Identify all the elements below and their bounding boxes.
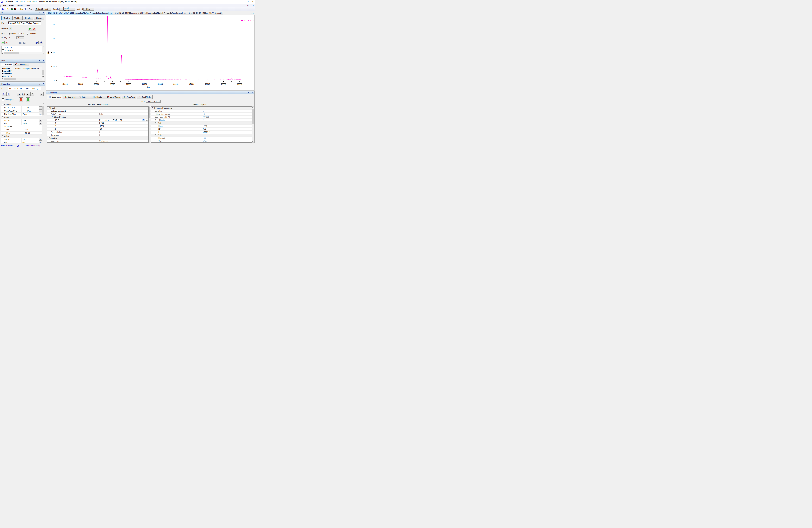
- image-view-icon[interactable]: [6, 8, 9, 11]
- mdi-close-button[interactable]: x: [253, 4, 254, 6]
- property-row[interactable]: Max80408: [1, 131, 42, 134]
- panel-menu-icon[interactable]: ▼: [248, 91, 250, 94]
- grid-group-row[interactable]: -Acq Opt: [47, 137, 148, 140]
- property-value[interactable]: True: [21, 138, 39, 141]
- sort-by-combo[interactable]: By▼: [16, 37, 24, 39]
- mdi-restore-button[interactable]: ❐: [250, 4, 251, 6]
- spectra-dropdown-icon[interactable]: ▼: [4, 9, 6, 10]
- property-row[interactable]: Plot Area ColorWhite▼: [1, 106, 42, 109]
- add-spectrum-button[interactable]: [1, 41, 4, 44]
- grid-row[interactable]: Accumulation2: [47, 131, 148, 134]
- scrollbar-thumb[interactable]: [252, 109, 254, 124]
- property-row[interactable]: Min22437: [1, 128, 42, 131]
- selection-tab-graph[interactable]: Graph ..: [1, 16, 12, 20]
- scrollbar-thumb[interactable]: [4, 78, 16, 80]
- collapse-icon[interactable]: -: [48, 137, 49, 138]
- item-checkbox[interactable]: [2, 49, 4, 52]
- stage-delete-icon[interactable]: [14, 8, 17, 11]
- stage-dropdown-icon[interactable]: ▼: [17, 9, 18, 10]
- grid-row[interactable]: Y-1720: [47, 125, 148, 128]
- description-checkbox[interactable]: [2, 98, 4, 101]
- list-item[interactable]: LLIF Sp 3: [2, 49, 44, 52]
- tab-list-close-icon[interactable]: x: [253, 12, 254, 14]
- property-group[interactable]: -AxisX: [1, 116, 42, 119]
- radio-compare[interactable]: Compare: [27, 33, 37, 34]
- stage-axes-icon[interactable]: [142, 119, 145, 121]
- tab-scroll-right-icon[interactable]: ▶: [251, 12, 252, 14]
- scrollbar-thumb[interactable]: [42, 70, 44, 74]
- row-value[interactable]: LPET: [201, 125, 251, 128]
- tab-close-icon[interactable]: x: [111, 12, 112, 14]
- uncheck-all-button[interactable]: [23, 41, 26, 44]
- chevron-down-icon[interactable]: ▼: [39, 138, 42, 141]
- processing-tab-semi-quanti[interactable]: Semi Quanti: [105, 95, 121, 99]
- processing-tab-bkgd-model[interactable]: Bkgd Model: [137, 95, 153, 99]
- row-value[interactable]: 15: [201, 113, 251, 115]
- property-row[interactable]: VisibleTrue▼: [1, 138, 42, 141]
- row-value[interactable]: 8.75: [201, 128, 251, 131]
- property-group[interactable]: -General: [1, 103, 42, 106]
- property-value[interactable]: False: [21, 113, 39, 115]
- project-combo[interactable]: Default Project▼: [35, 8, 51, 11]
- chevron-down-icon[interactable]: ▼: [39, 106, 42, 109]
- row-value[interactable]: -30: [98, 128, 148, 131]
- scrollbar-thumb[interactable]: [4, 53, 19, 54]
- grid-row[interactable]: Bias (V)1301: [151, 137, 251, 140]
- right-grid-vscrollbar[interactable]: [252, 106, 254, 143]
- grid-row[interactable]: Time (sec)1: [47, 134, 148, 137]
- collapse-icon[interactable]: -: [156, 134, 157, 135]
- property-row[interactable]: UnitSin Θ▼: [1, 122, 42, 125]
- pin-icon[interactable]: [42, 60, 44, 62]
- tab-xray-list[interactable]: Xray-List: [1, 63, 13, 66]
- red-marker-button[interactable]: [19, 98, 24, 102]
- open-folder-icon[interactable]: [20, 8, 23, 11]
- collapse-icon[interactable]: -: [2, 116, 3, 118]
- document-tab-1[interactable]: 2016-02-16_GNMEBA_Area_1_10kV_100nA.impD…: [113, 11, 187, 15]
- property-group[interactable]: -AxisY: [1, 134, 42, 138]
- grid-row[interactable]: K0.000144: [151, 131, 251, 134]
- expand-vertical-button[interactable]: ▲: [26, 92, 30, 96]
- chevron-down-icon[interactable]: ▼: [39, 122, 42, 125]
- collapse-icon[interactable]: -: [2, 104, 3, 105]
- row-value[interactable]: 98.4832: [201, 116, 251, 118]
- remove-spectrum-button[interactable]: [5, 41, 9, 44]
- move-up-button[interactable]: [35, 41, 39, 44]
- image-dropdown-icon[interactable]: ▼: [9, 9, 10, 10]
- property-row[interactable]: Plot Area FilledFalse▼: [1, 113, 42, 116]
- row-value[interactable]: Point: [98, 113, 148, 115]
- row-value[interactable]: Continuous: [98, 140, 148, 143]
- mdi-minimize-button[interactable]: –: [247, 4, 248, 6]
- close-button[interactable]: ✕: [250, 0, 255, 3]
- grid-row[interactable]: DataSet typePoint: [47, 113, 148, 116]
- property-value[interactable]: White: [21, 106, 39, 109]
- property-value[interactable]: Sin Θ: [21, 122, 39, 125]
- row-value[interactable]: X = 14402 Y = -1720 Z = -30: [98, 118, 148, 122]
- document-tab-0[interactable]: 2016_02_24_15kV_100nA_1000ms.wdsDat [Def…: [46, 11, 113, 15]
- processing-tab-description[interactable]: Description: [47, 95, 62, 99]
- grid-group-row[interactable]: -Xtal: [151, 122, 251, 125]
- chevron-down-icon[interactable]: ▼: [39, 113, 42, 115]
- sample-combo[interactable]: Default Sample▼: [59, 8, 75, 11]
- property-row[interactable]: Chart Area ColorWhite▼: [1, 110, 42, 113]
- pin-icon[interactable]: [251, 91, 253, 94]
- radio-multi[interactable]: Multi: [18, 33, 24, 34]
- save-icon[interactable]: [23, 8, 26, 11]
- green-marker-button[interactable]: [26, 98, 30, 102]
- file-path-input[interactable]: [8, 22, 41, 25]
- menu-window[interactable]: Window: [15, 4, 24, 7]
- tab-scroll-controls[interactable]: ◀▶x: [248, 12, 255, 15]
- chevron-down-icon[interactable]: ▼: [39, 110, 42, 112]
- add-dataset-button[interactable]: [28, 27, 32, 31]
- processing-tab-peak-area[interactable]: Peak Area: [122, 95, 136, 99]
- property-value[interactable]: True: [21, 119, 39, 122]
- properties-file-input[interactable]: [8, 87, 41, 90]
- grid-row[interactable]: X14402: [47, 122, 148, 125]
- tab-close-icon[interactable]: x: [185, 12, 186, 14]
- wds-spectra-icon[interactable]: [1, 8, 4, 11]
- item-combo[interactable]: LPET Sp 2▼: [146, 100, 161, 103]
- grid-row[interactable]: High Voltage (keV)15: [151, 113, 251, 116]
- collapse-icon[interactable]: -: [52, 116, 53, 117]
- dataset-number[interactable]: 1: [9, 27, 12, 30]
- grid-group-row[interactable]: -DataSet: [47, 106, 148, 110]
- grid-row[interactable]: X Y ZX = 14402 Y = -1720 Z = -30: [47, 118, 148, 122]
